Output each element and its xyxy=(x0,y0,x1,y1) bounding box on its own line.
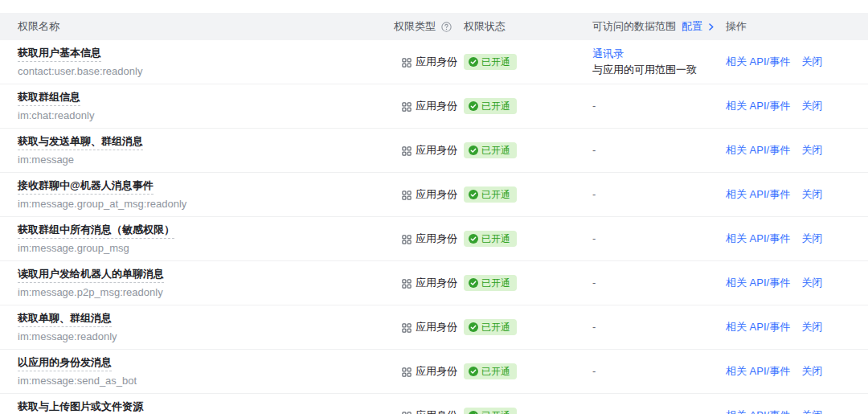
permission-name-cell: 获取单聊、群组消息 im:message:readonly xyxy=(0,311,394,343)
table-row: 获取群组中所有消息（敏感权限） im:message.group_msg 应用身… xyxy=(0,217,868,261)
related-api-events-link[interactable]: 相关 API/事件 xyxy=(726,232,790,246)
permission-code: im:message:readonly xyxy=(18,330,394,343)
permission-status-cell: 已开通 xyxy=(464,408,592,414)
operations-cell: 相关 API/事件 关闭 xyxy=(726,55,868,69)
permission-name-cell: 获取用户基本信息 contact:user.base:readonly xyxy=(0,46,394,78)
status-badge: 已开通 xyxy=(464,142,517,158)
check-circle-icon xyxy=(469,57,478,67)
close-permission-link[interactable]: 关闭 xyxy=(801,408,822,414)
permission-code: im:message:send_as_bot xyxy=(18,375,394,387)
permission-name[interactable]: 获取单聊、群组消息 xyxy=(18,311,112,327)
table-row: 获取与上传图片或文件资源 im:resource 应用身份 xyxy=(0,394,868,414)
permission-type-cell: 应用身份 xyxy=(394,99,464,113)
permission-type-cell: 应用身份 xyxy=(394,364,464,379)
permission-name[interactable]: 接收群聊中@机器人消息事件 xyxy=(18,178,154,195)
status-badge-label: 已开通 xyxy=(481,322,510,333)
chevron-right-icon[interactable] xyxy=(707,23,715,31)
permission-type-label: 应用身份 xyxy=(416,232,457,246)
scope-link[interactable]: 通讯录 xyxy=(592,46,624,62)
permission-code: contact:user.base:readonly xyxy=(18,65,394,78)
scope-dash: - xyxy=(592,232,596,244)
status-badge-label: 已开通 xyxy=(481,233,510,244)
permission-status-cell: 已开通 xyxy=(464,363,592,379)
permission-name[interactable]: 获取群组信息 xyxy=(18,90,80,106)
data-scope-cell: 通讯录 与应用的可用范围一致 xyxy=(592,46,726,78)
permission-code: im:message.group_msg xyxy=(18,242,394,255)
permission-code: im:message.group_at_msg:readonly xyxy=(18,198,394,211)
help-icon[interactable] xyxy=(441,22,452,32)
permission-name[interactable]: 获取用户基本信息 xyxy=(18,46,101,62)
table-row: 获取用户基本信息 contact:user.base:readonly 应用身份 xyxy=(0,40,868,84)
table-body: 获取用户基本信息 contact:user.base:readonly 应用身份 xyxy=(0,40,868,414)
app-identity-icon xyxy=(402,367,411,377)
check-circle-icon xyxy=(469,146,478,155)
app-identity-icon xyxy=(402,279,411,289)
data-scope-cell: - xyxy=(592,187,726,203)
permission-name[interactable]: 获取与上传图片或文件资源 xyxy=(18,400,143,414)
status-badge: 已开通 xyxy=(464,275,517,291)
column-header-data-scope: 可访问的数据范围 配置 xyxy=(592,19,726,34)
close-permission-link[interactable]: 关闭 xyxy=(801,276,822,290)
related-api-events-link[interactable]: 相关 API/事件 xyxy=(726,320,790,334)
related-api-events-link[interactable]: 相关 API/事件 xyxy=(726,55,790,69)
column-header-permission-name: 权限名称 xyxy=(0,19,394,34)
close-permission-link[interactable]: 关闭 xyxy=(801,99,822,113)
scope-dash: - xyxy=(592,365,596,377)
column-header-permission-type: 权限类型 xyxy=(394,19,464,34)
permission-name[interactable]: 读取用户发给机器人的单聊消息 xyxy=(18,267,164,283)
check-circle-icon xyxy=(469,234,478,244)
close-permission-link[interactable]: 关闭 xyxy=(801,364,822,379)
status-badge-label: 已开通 xyxy=(481,100,510,112)
status-badge-label: 已开通 xyxy=(481,145,510,156)
status-badge-label: 已开通 xyxy=(481,366,510,377)
scope-dash: - xyxy=(592,321,596,333)
permission-name[interactable]: 获取群组中所有消息（敏感权限） xyxy=(18,223,174,239)
permission-type-label: 应用身份 xyxy=(416,364,457,379)
data-scope-cell: - xyxy=(592,231,726,247)
related-api-events-link[interactable]: 相关 API/事件 xyxy=(726,408,790,414)
related-api-events-link[interactable]: 相关 API/事件 xyxy=(726,99,790,113)
status-badge: 已开通 xyxy=(464,408,517,414)
permission-type-label: 应用身份 xyxy=(416,55,457,69)
close-permission-link[interactable]: 关闭 xyxy=(801,55,822,69)
status-badge-label: 已开通 xyxy=(481,410,510,414)
status-badge: 已开通 xyxy=(464,98,517,114)
data-scope-cell: - xyxy=(592,98,726,114)
permission-type-header-label: 权限类型 xyxy=(394,19,436,34)
scope-dash: - xyxy=(592,409,596,414)
close-permission-link[interactable]: 关闭 xyxy=(801,143,822,158)
permission-status-cell: 已开通 xyxy=(464,231,592,247)
permission-type-label: 应用身份 xyxy=(416,276,457,290)
check-circle-icon xyxy=(469,322,478,332)
app-identity-icon xyxy=(402,412,411,414)
close-permission-link[interactable]: 关闭 xyxy=(801,187,822,202)
close-permission-link[interactable]: 关闭 xyxy=(801,320,822,334)
operations-cell: 相关 API/事件 关闭 xyxy=(726,232,868,246)
permission-code: im:message xyxy=(18,154,394,166)
related-api-events-link[interactable]: 相关 API/事件 xyxy=(726,364,790,379)
permission-name[interactable]: 以应用的身份发消息 xyxy=(18,355,112,371)
permission-type-cell: 应用身份 xyxy=(394,408,464,414)
related-api-events-link[interactable]: 相关 API/事件 xyxy=(726,143,790,158)
check-circle-icon xyxy=(469,190,478,199)
permission-status-cell: 已开通 xyxy=(464,98,592,114)
related-api-events-link[interactable]: 相关 API/事件 xyxy=(726,187,790,202)
app-identity-icon xyxy=(402,102,411,112)
scope-dash: - xyxy=(592,144,596,156)
permission-type-label: 应用身份 xyxy=(416,187,457,202)
configure-scope-link[interactable]: 配置 xyxy=(682,19,702,34)
permission-type-label: 应用身份 xyxy=(416,408,457,414)
permissions-table: 权限名称 权限类型 权限状态 可访问的数据范围 配置 操作 xyxy=(0,13,868,414)
operations-cell: 相关 API/事件 关闭 xyxy=(726,364,868,379)
check-circle-icon xyxy=(469,367,478,376)
data-scope-cell: - xyxy=(592,408,726,414)
app-identity-icon xyxy=(402,235,411,244)
close-permission-link[interactable]: 关闭 xyxy=(801,232,822,246)
related-api-events-link[interactable]: 相关 API/事件 xyxy=(726,276,790,290)
scope-dash: - xyxy=(592,277,596,289)
app-identity-icon xyxy=(402,58,411,68)
permission-name-cell: 接收群聊中@机器人消息事件 im:message.group_at_msg:re… xyxy=(0,178,394,211)
status-badge-label: 已开通 xyxy=(481,189,510,200)
status-badge: 已开通 xyxy=(464,231,517,247)
permission-name[interactable]: 获取与发送单聊、群组消息 xyxy=(18,134,143,150)
